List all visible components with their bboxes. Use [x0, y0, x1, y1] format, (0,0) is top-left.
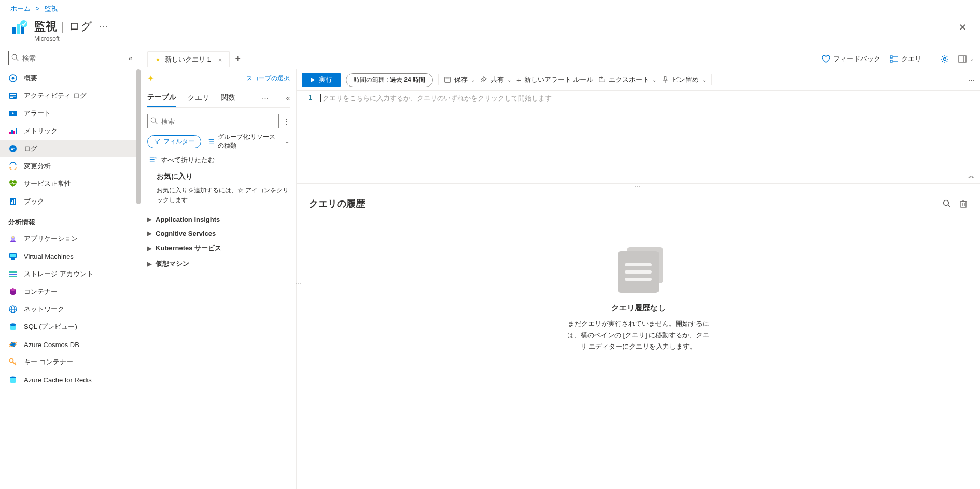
- scope-select-link[interactable]: スコープの選択: [246, 74, 290, 83]
- search-icon: [11, 54, 19, 61]
- query-toolbar: 実行 時間の範囲 : 過去 24 時間 保存⌄ 共有⌄ +新しいアラート ルール…: [297, 69, 980, 91]
- nav-activity-log[interactable]: アクティビティ ログ: [0, 87, 141, 105]
- svg-rect-31: [9, 276, 17, 277]
- tables-search-input[interactable]: [147, 114, 279, 128]
- empty-state: クエリ履歴なし まだクエリが実行されていません。開始するには、横のペインの [ク…: [309, 251, 968, 352]
- nav-service-health[interactable]: サービス正常性: [0, 175, 141, 193]
- query-tab-1[interactable]: ✦ 新しいクエリ 1 ×: [147, 51, 230, 67]
- collapse-all-button[interactable]: すべて折りたたむ: [147, 155, 290, 165]
- results-delete-button[interactable]: [959, 199, 968, 208]
- nav-alerts[interactable]: アラート: [0, 105, 141, 122]
- overview-icon: [8, 74, 18, 83]
- run-button[interactable]: 実行: [302, 73, 341, 87]
- line-number: 1: [297, 91, 317, 183]
- empty-title: クエリ履歴なし: [309, 303, 968, 313]
- nav-applications[interactable]: アプリケーション: [0, 230, 141, 248]
- nav-network[interactable]: ネットワーク: [0, 300, 141, 318]
- svg-rect-15: [13, 131, 15, 134]
- collapse-editor-button[interactable]: ︽: [968, 171, 975, 180]
- application-icon: [8, 234, 18, 243]
- panel-collapse-button[interactable]: «: [286, 94, 290, 102]
- query-tabbar: ✦ 新しいクエリ 1 × + フィードバック クエリ ⌄: [141, 49, 980, 69]
- save-button[interactable]: 保存⌄: [444, 75, 475, 84]
- pin-button[interactable]: ピン留め⌄: [662, 75, 706, 84]
- nav-vms[interactable]: Virtual Machines: [0, 248, 141, 265]
- editor-placeholder: クエリをこちらに入力するか、クエリのいずれかをクリックして開始します: [320, 94, 552, 102]
- sidebar-search-input[interactable]: [8, 51, 114, 65]
- svg-rect-48: [959, 56, 966, 62]
- tab-queries[interactable]: クエリ: [188, 89, 209, 107]
- page-title: 監視|ログ: [34, 19, 92, 34]
- query-area: ⋮ 実行 時間の範囲 : 過去 24 時間 保存⌄ 共有⌄ +新しいアラート ル…: [297, 69, 980, 489]
- breadcrumb-separator: >: [36, 5, 40, 12]
- monitor-icon: [10, 19, 29, 37]
- svg-line-61: [948, 205, 951, 208]
- feedback-button[interactable]: フィードバック: [822, 54, 880, 64]
- results-search-button[interactable]: [943, 199, 951, 208]
- nav-sql[interactable]: SQL (プレビュー): [0, 318, 141, 336]
- sql-icon: [8, 322, 18, 332]
- storage-icon: [8, 269, 18, 279]
- svg-rect-43: [890, 56, 892, 58]
- svg-point-4: [12, 54, 17, 59]
- time-range-picker[interactable]: 時間の範囲 : 過去 24 時間: [346, 73, 433, 87]
- nav-overview[interactable]: 概要: [0, 69, 141, 87]
- svg-line-41: [15, 363, 16, 364]
- export-button[interactable]: エクスポート⌄: [598, 75, 656, 84]
- page-header: 監視|ログ Microsoft ⋯ ✕: [0, 16, 980, 49]
- panel-more-button[interactable]: ⋯: [262, 94, 269, 102]
- svg-rect-59: [446, 77, 449, 79]
- favorites-help-text: お気に入りを追加するには、☆ アイコンをクリックします: [147, 185, 290, 212]
- alert-icon: [8, 109, 18, 118]
- sidebar-scrollbar[interactable]: [136, 69, 141, 266]
- svg-rect-30: [9, 274, 17, 275]
- svg-point-39: [10, 359, 13, 363]
- sidebar-collapse-button[interactable]: «: [129, 54, 132, 62]
- results-panel: クエリの履歴 クエリ履歴なし まだクエリが実行されていません。開始するには、横の…: [297, 189, 980, 489]
- nav-metrics[interactable]: メトリック: [0, 122, 141, 140]
- nav-change-analysis[interactable]: 変更分析: [0, 157, 141, 175]
- breadcrumb-current[interactable]: 監視: [45, 5, 58, 12]
- queries-button[interactable]: クエリ: [890, 54, 921, 64]
- tree-vm[interactable]: ▶仮想マシン: [147, 256, 290, 271]
- close-button[interactable]: ✕: [956, 19, 970, 36]
- tree-application-insights[interactable]: ▶Application Insights: [147, 212, 290, 226]
- filter-button[interactable]: フィルター: [147, 135, 201, 148]
- nav-workbooks[interactable]: ブック: [0, 193, 141, 210]
- tab-close-button[interactable]: ×: [218, 56, 222, 64]
- svg-rect-28: [11, 258, 15, 260]
- empty-state-icon: [618, 251, 659, 293]
- nav-redis[interactable]: Azure Cache for Redis: [0, 371, 141, 389]
- search-kebab-button[interactable]: ⋮: [283, 118, 290, 125]
- nav-cosmos[interactable]: Azure Cosmos DB: [0, 336, 141, 353]
- nav-keyvault[interactable]: キー コンテナー: [0, 353, 141, 371]
- tree-cognitive-services[interactable]: ▶Cognitive Services: [147, 226, 290, 240]
- row-resize-handle[interactable]: ⋯: [297, 184, 980, 189]
- settings-button[interactable]: [941, 55, 949, 63]
- nav-storage[interactable]: ストレージ アカウント: [0, 265, 141, 283]
- toolbar-more-button[interactable]: ⋯: [968, 76, 975, 84]
- nav-logs[interactable]: ログ: [0, 140, 141, 157]
- svg-rect-13: [9, 132, 11, 134]
- share-button[interactable]: 共有⌄: [480, 75, 511, 84]
- nav-containers[interactable]: コンテナー: [0, 283, 141, 300]
- new-alert-button[interactable]: +新しいアラート ルール: [516, 75, 593, 84]
- svg-rect-23: [14, 199, 15, 204]
- search-icon: [150, 117, 158, 124]
- svg-point-36: [10, 324, 16, 326]
- change-icon: [8, 162, 18, 171]
- workbook-icon: [8, 197, 18, 206]
- cosmos-icon: [8, 340, 18, 349]
- svg-point-50: [151, 118, 156, 122]
- tree-kubernetes[interactable]: ▶Kubernetes サービス: [147, 240, 290, 256]
- header-more-button[interactable]: ⋯: [99, 19, 108, 32]
- query-editor[interactable]: 1 クエリをこちらに入力するか、クエリのいずれかをクリックして開始します ︽: [297, 91, 980, 184]
- tab-functions[interactable]: 関数: [221, 89, 235, 107]
- panel-toggle-button[interactable]: ⌄: [958, 55, 974, 63]
- nav-section-insights: 分析情報: [0, 210, 141, 230]
- tab-tables[interactable]: テーブル: [147, 89, 176, 107]
- activity-log-icon: [8, 91, 18, 100]
- group-by-dropdown[interactable]: グループ化:リソースの種類 ⌄: [208, 133, 290, 150]
- breadcrumb-home[interactable]: ホーム: [10, 5, 31, 12]
- add-tab-button[interactable]: +: [235, 53, 241, 64]
